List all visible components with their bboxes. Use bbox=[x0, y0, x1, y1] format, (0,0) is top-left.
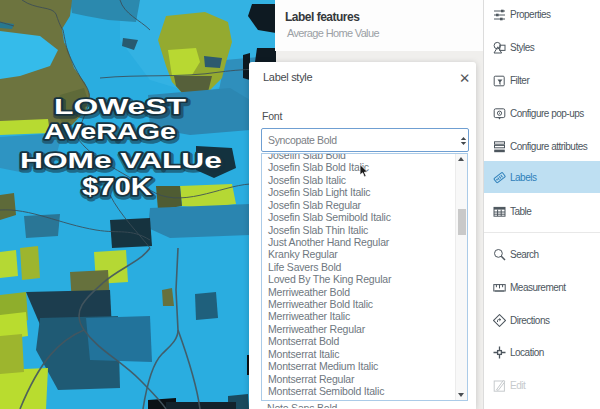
svg-text:$70K: $70K bbox=[82, 174, 152, 200]
svg-text:HOMe VALUe: HOMe VALUe bbox=[20, 148, 222, 173]
svg-text:AVeRAGe: AVeRAGe bbox=[44, 119, 176, 143]
svg-text:LOWeST: LOWeST bbox=[54, 94, 186, 119]
